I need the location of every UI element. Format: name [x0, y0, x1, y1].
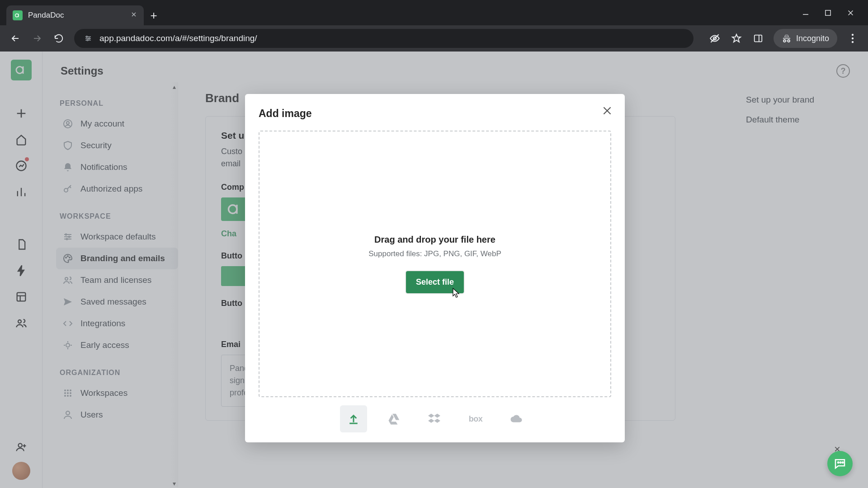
browser-tab-strip: PandaDoc +	[0, 0, 868, 25]
svg-point-3	[89, 38, 90, 39]
svg-point-4	[87, 39, 88, 41]
source-cloud-button[interactable]	[503, 405, 530, 432]
browser-menu-icon[interactable]	[846, 32, 859, 45]
nav-reload-button[interactable]	[52, 32, 65, 45]
tab-title: PandaDoc	[28, 11, 64, 20]
browser-tab[interactable]: PandaDoc	[6, 5, 144, 25]
svg-point-2	[86, 36, 88, 38]
file-dropzone[interactable]: Drag and drop your file here Supported f…	[259, 131, 611, 397]
svg-point-7	[783, 40, 786, 42]
svg-point-0	[15, 14, 19, 17]
tab-close-icon[interactable]	[130, 11, 137, 20]
side-panel-icon[interactable]	[752, 32, 764, 45]
source-box-button[interactable]: box	[462, 405, 489, 432]
svg-rect-1	[826, 10, 830, 15]
select-file-button[interactable]: Select file	[406, 271, 464, 293]
svg-point-9	[852, 34, 854, 36]
bookmark-star-icon[interactable]	[730, 32, 743, 45]
upload-source-row: box	[259, 397, 611, 436]
modal-close-button[interactable]	[601, 105, 613, 118]
incognito-indicator[interactable]: Incognito	[774, 29, 837, 48]
svg-point-40	[840, 462, 841, 463]
svg-point-11	[852, 41, 854, 43]
nav-forward-button	[31, 32, 43, 45]
pandadoc-favicon-icon	[13, 10, 23, 20]
incognito-icon	[782, 33, 792, 43]
svg-point-10	[852, 38, 854, 39]
window-maximize-icon[interactable]	[825, 9, 831, 16]
visibility-off-icon[interactable]	[708, 32, 721, 45]
browser-address-bar: app.pandadoc.com/a/#/settings/branding/ …	[0, 25, 868, 52]
svg-point-41	[842, 462, 844, 463]
nav-back-button[interactable]	[9, 32, 22, 45]
chat-fab-button[interactable]	[827, 451, 853, 476]
window-close-icon[interactable]	[847, 9, 854, 17]
source-upload-button[interactable]	[340, 405, 367, 432]
incognito-label: Incognito	[796, 34, 829, 43]
new-tab-button[interactable]: +	[144, 5, 164, 25]
window-minimize-icon[interactable]	[802, 9, 809, 16]
svg-point-8	[788, 40, 790, 42]
add-image-modal: Add image Drag and drop your file here S…	[245, 94, 625, 442]
source-dropbox-button[interactable]	[421, 405, 448, 432]
url-text: app.pandadoc.com/a/#/settings/branding/	[99, 33, 257, 43]
svg-rect-6	[755, 35, 762, 42]
cursor-icon	[450, 287, 460, 299]
modal-title: Add image	[259, 108, 611, 120]
source-google-drive-button[interactable]	[381, 405, 408, 432]
dropzone-title: Drag and drop your file here	[374, 235, 495, 245]
dropzone-subtitle: Supported files: JPG, PNG, GIF, WebP	[368, 249, 501, 258]
site-settings-icon	[84, 34, 92, 42]
svg-point-39	[838, 462, 839, 463]
url-input[interactable]: app.pandadoc.com/a/#/settings/branding/	[74, 29, 693, 48]
